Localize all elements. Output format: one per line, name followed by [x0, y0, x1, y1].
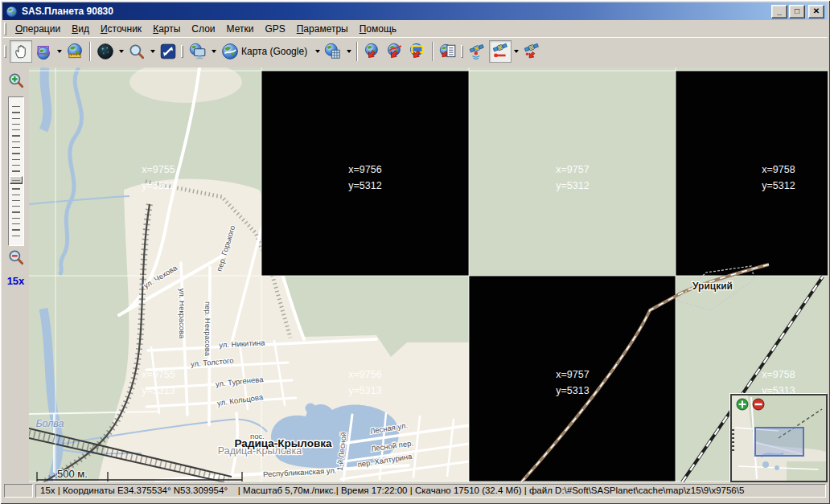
village-label: Урицкий — [692, 281, 733, 292]
tile-label: y=5313 — [556, 385, 589, 396]
chevron-down-icon — [514, 50, 519, 55]
close-button[interactable]: ✕ — [808, 5, 824, 18]
hand-icon — [12, 43, 30, 60]
night-globe-button[interactable] — [94, 40, 117, 63]
fullscreen-button[interactable] — [157, 40, 179, 63]
titlebar[interactable]: SAS.Планета 90830 _ □ ✕ — [2, 2, 828, 20]
measure-button[interactable] — [64, 40, 86, 63]
zoom-slider[interactable] — [8, 96, 24, 246]
tile-label: x=9757 — [556, 164, 589, 175]
download-manager-button[interactable] — [437, 40, 459, 63]
zoom-sidebar: 15x — [2, 64, 29, 482]
zoom-tool-button[interactable] — [125, 40, 148, 63]
zoom-in-button[interactable] — [6, 71, 26, 90]
minimap-resize-grip[interactable] — [732, 429, 734, 452]
download-polyline-button[interactable] — [384, 40, 406, 63]
map-viewport[interactable]: 500 м. ул. Чехова пер. Горького ул. Некр… — [29, 68, 828, 482]
minimap-viewport-rect[interactable] — [754, 427, 804, 457]
tile-label: x=9757 — [556, 369, 589, 380]
download-area-icon — [364, 43, 381, 60]
download-area-button[interactable] — [361, 40, 384, 63]
download-polygon-icon — [409, 43, 426, 60]
toolbar-separator — [89, 42, 91, 61]
gps-track-dropdown[interactable] — [512, 40, 520, 63]
dark-globe-icon — [97, 43, 114, 60]
chevron-down-icon — [57, 50, 62, 55]
toolbar: Карта (Google) — [2, 37, 828, 64]
download-list-icon — [439, 43, 457, 60]
map-source-dropdown[interactable] — [209, 40, 218, 63]
map-type-dropdown[interactable] — [313, 40, 322, 63]
minimap-zoom-out-button[interactable] — [752, 398, 765, 411]
statusbar: 15x | Координаты E34.375534° N53.309954°… — [2, 482, 828, 499]
app-globe-icon — [6, 6, 18, 18]
magnifier-icon — [128, 43, 146, 60]
fullscreen-icon — [159, 43, 177, 60]
minimap-zoom-in-button[interactable] — [736, 398, 749, 411]
menu-item-layers[interactable]: Слои — [186, 22, 220, 36]
tile-label: y=5313 — [348, 385, 381, 396]
menubar-grip[interactable] — [4, 23, 6, 35]
window-title: SAS.Планета 90830 — [22, 6, 771, 17]
gps-connect-icon — [469, 43, 487, 60]
gps-goto-icon — [523, 43, 540, 60]
menu-item-options[interactable]: Параметры — [291, 22, 354, 36]
zoom-slider-thumb[interactable] — [10, 176, 23, 184]
globe-ruler-icon — [66, 43, 84, 60]
tile-label: x=9756 — [348, 164, 381, 175]
toolbar-grip-3[interactable] — [461, 45, 463, 58]
menu-item-view[interactable]: Вид — [66, 22, 95, 36]
tile-label: y=5312 — [348, 180, 381, 191]
zoom-slider-ticks — [12, 101, 20, 241]
layers-button[interactable] — [322, 40, 344, 63]
maximize-button[interactable]: □ — [789, 5, 805, 18]
tile-label: y=5312 — [556, 180, 589, 191]
chevron-down-icon — [347, 50, 351, 55]
tile-label: x=9755 — [142, 164, 175, 175]
layers-dropdown[interactable] — [344, 40, 353, 63]
app-window: SAS.Планета 90830 _ □ ✕ Операции Вид Ист… — [0, 0, 830, 504]
zoom-tool-dropdown[interactable] — [148, 40, 157, 63]
tile-label: y=5312 — [142, 180, 175, 191]
tile-label: x=9758 — [762, 164, 795, 175]
menu-item-maps[interactable]: Карты — [147, 22, 186, 36]
scale-label: 500 м. — [57, 468, 88, 480]
town-label: Радица-Крыловка — [235, 437, 332, 449]
download-polygon-button[interactable] — [406, 40, 429, 63]
gps-connect-button[interactable] — [466, 40, 489, 63]
chevron-down-icon — [119, 50, 124, 55]
toolbar-grip-2[interactable] — [181, 45, 183, 58]
globe-layers-icon — [324, 43, 342, 60]
menu-item-source[interactable]: Источник — [95, 22, 147, 36]
toolbar-separator — [356, 42, 358, 61]
minimize-button[interactable]: _ — [771, 5, 787, 18]
river-label: Болва — [35, 418, 64, 429]
gps-track-button[interactable] — [489, 40, 512, 63]
globe-monitor-icon — [189, 43, 207, 60]
menubar: Операции Вид Источник Карты Слои Метки G… — [2, 20, 828, 37]
minimap[interactable] — [730, 394, 828, 482]
selection-rect-icon — [35, 43, 52, 60]
menu-item-gps[interactable]: GPS — [259, 22, 290, 36]
gps-goto-button[interactable] — [520, 40, 543, 63]
toolbar-grip-1[interactable] — [4, 45, 6, 58]
map-canvas: 500 м. ул. Чехова пер. Горького ул. Некр… — [29, 68, 828, 482]
zoom-in-icon — [7, 72, 25, 89]
tile-label: y=5313 — [142, 385, 175, 396]
chevron-down-icon — [150, 50, 155, 55]
menu-item-operations[interactable]: Операции — [10, 22, 66, 36]
menu-item-help[interactable]: Помощь — [354, 22, 402, 36]
selection-button[interactable] — [32, 40, 55, 63]
map-source-button[interactable] — [187, 40, 209, 63]
street-label: ул. Некрасова — [178, 289, 187, 339]
menu-item-marks[interactable]: Метки — [221, 22, 260, 36]
toolbar-separator — [432, 42, 433, 61]
download-polyline-icon — [386, 43, 404, 60]
selection-dropdown[interactable] — [55, 40, 64, 63]
map-type-button[interactable]: Карта (Google) — [218, 40, 313, 63]
night-globe-dropdown[interactable] — [117, 40, 125, 63]
zoom-out-button[interactable] — [6, 248, 26, 267]
tile-label: y=5312 — [762, 180, 795, 191]
pan-button[interactable] — [10, 40, 32, 63]
tile-label: x=9755 — [142, 369, 175, 380]
